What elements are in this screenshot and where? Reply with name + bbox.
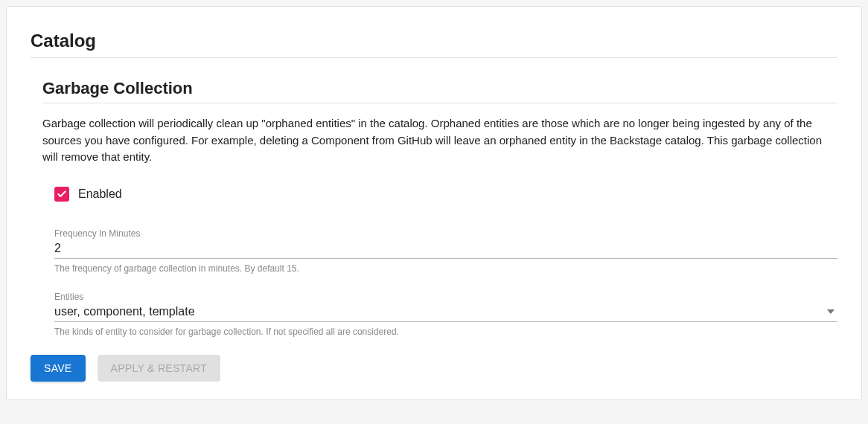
save-button[interactable]: Save: [31, 355, 86, 382]
enabled-checkbox-row: Enabled: [54, 187, 837, 202]
apply-restart-button[interactable]: Apply & Restart: [98, 355, 221, 382]
frequency-input[interactable]: [54, 242, 837, 255]
enabled-checkbox[interactable]: [54, 187, 69, 202]
entities-select[interactable]: user, component, template: [54, 305, 837, 322]
section-title: Garbage Collection: [42, 79, 837, 103]
enabled-label: Enabled: [78, 187, 122, 201]
settings-card: Catalog Garbage Collection Garbage colle…: [6, 6, 862, 400]
frequency-label: Frequency In Minutes: [54, 228, 837, 239]
page-title: Catalog: [31, 30, 837, 58]
garbage-collection-section: Garbage Collection Garbage collection wi…: [31, 79, 837, 337]
frequency-field: Frequency In Minutes The frequency of ga…: [54, 228, 837, 274]
frequency-input-row: [54, 242, 837, 259]
entities-field: Entities user, component, template The k…: [54, 292, 837, 337]
entities-helper: The kinds of entity to consider for garb…: [54, 327, 837, 337]
entities-label: Entities: [54, 292, 837, 302]
check-icon: [57, 189, 67, 199]
section-description: Garbage collection will periodically cle…: [42, 115, 837, 166]
entities-value: user, component, template: [54, 305, 827, 318]
frequency-helper: The frequency of garbage collection in m…: [54, 263, 837, 274]
form-area: Enabled Frequency In Minutes The frequen…: [42, 187, 837, 337]
action-bar: Save Apply & Restart: [31, 355, 837, 382]
chevron-down-icon: [827, 309, 837, 314]
